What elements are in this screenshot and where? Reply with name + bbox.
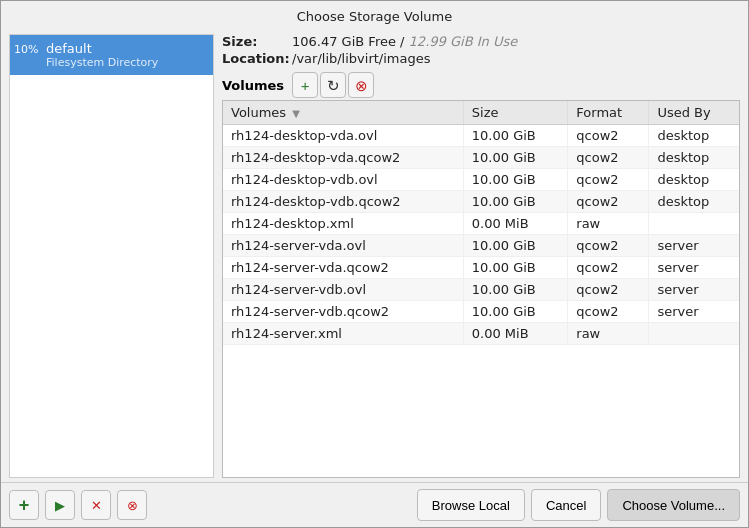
col-used-by[interactable]: Used By bbox=[649, 101, 739, 125]
table-row[interactable]: rh124-desktop-vda.ovl10.00 GiBqcow2deskt… bbox=[223, 125, 739, 147]
dialog-title: Choose Storage Volume bbox=[1, 1, 748, 30]
volumes-label: Volumes bbox=[222, 78, 284, 93]
choose-volume-button[interactable]: Choose Volume... bbox=[607, 489, 740, 521]
cell-name: rh124-desktop-vdb.qcow2 bbox=[223, 191, 463, 213]
col-volumes[interactable]: Volumes ▼ bbox=[223, 101, 463, 125]
footer-left-buttons: + ▶ ✕ ⊗ bbox=[9, 490, 411, 520]
cell-format: qcow2 bbox=[568, 279, 649, 301]
cell-used_by: desktop bbox=[649, 147, 739, 169]
table-row[interactable]: rh124-server-vda.ovl10.00 GiBqcow2server bbox=[223, 235, 739, 257]
col-size[interactable]: Size bbox=[463, 101, 568, 125]
table-row[interactable]: rh124-server-vdb.ovl10.00 GiBqcow2server bbox=[223, 279, 739, 301]
volumes-table: Volumes ▼ Size Format Used By rh124-desk… bbox=[223, 101, 739, 345]
table-row[interactable]: rh124-server.xml0.00 MiBraw bbox=[223, 323, 739, 345]
choose-storage-volume-dialog: Choose Storage Volume 10% default Filesy… bbox=[0, 0, 749, 528]
table-row[interactable]: rh124-server-vda.qcow210.00 GiBqcow2serv… bbox=[223, 257, 739, 279]
cell-format: raw bbox=[568, 213, 649, 235]
volumes-tbody: rh124-desktop-vda.ovl10.00 GiBqcow2deskt… bbox=[223, 125, 739, 345]
cell-format: qcow2 bbox=[568, 235, 649, 257]
storage-pool-list: 10% default Filesystem Directory bbox=[9, 34, 214, 478]
size-label: Size: bbox=[222, 34, 292, 49]
cell-name: rh124-server.xml bbox=[223, 323, 463, 345]
footer-add-button[interactable]: + bbox=[9, 490, 39, 520]
cell-size: 10.00 GiB bbox=[463, 301, 568, 323]
table-row[interactable]: rh124-server-vdb.qcow210.00 GiBqcow2serv… bbox=[223, 301, 739, 323]
cell-size: 10.00 GiB bbox=[463, 257, 568, 279]
main-area: Size: 106.47 GiB Free / 12.99 GiB In Use… bbox=[214, 30, 748, 482]
cell-name: rh124-desktop.xml bbox=[223, 213, 463, 235]
cell-used_by: server bbox=[649, 257, 739, 279]
cell-used_by: server bbox=[649, 279, 739, 301]
pool-name: default bbox=[46, 41, 205, 56]
cancel-button[interactable]: Cancel bbox=[531, 489, 601, 521]
table-header-row: Volumes ▼ Size Format Used By bbox=[223, 101, 739, 125]
cell-name: rh124-desktop-vda.qcow2 bbox=[223, 147, 463, 169]
cell-format: qcow2 bbox=[568, 147, 649, 169]
cell-format: qcow2 bbox=[568, 301, 649, 323]
size-row: Size: 106.47 GiB Free / 12.99 GiB In Use bbox=[222, 34, 740, 49]
pool-type: Filesystem Directory bbox=[46, 56, 205, 69]
cell-used_by: desktop bbox=[649, 125, 739, 147]
cell-size: 10.00 GiB bbox=[463, 191, 568, 213]
cell-size: 10.00 GiB bbox=[463, 169, 568, 191]
cell-name: rh124-server-vdb.qcow2 bbox=[223, 301, 463, 323]
location-label: Location: bbox=[222, 51, 292, 66]
size-free: 106.47 GiB Free / bbox=[292, 34, 404, 49]
footer-right-buttons: Browse Local Cancel Choose Volume... bbox=[417, 489, 740, 521]
cell-used_by bbox=[649, 213, 739, 235]
browse-local-button[interactable]: Browse Local bbox=[417, 489, 525, 521]
cell-used_by: server bbox=[649, 235, 739, 257]
volumes-toolbar: Volumes + ↻ ⊗ bbox=[222, 72, 740, 98]
add-volume-button[interactable]: + bbox=[292, 72, 318, 98]
table-row[interactable]: rh124-desktop.xml0.00 MiBraw bbox=[223, 213, 739, 235]
dialog-footer: + ▶ ✕ ⊗ Browse Local Cancel Choose Volum… bbox=[1, 482, 748, 527]
cell-name: rh124-server-vda.ovl bbox=[223, 235, 463, 257]
cell-used_by: desktop bbox=[649, 169, 739, 191]
footer-cancel-delete-button[interactable]: ⊗ bbox=[117, 490, 147, 520]
size-value: 106.47 GiB Free / 12.99 GiB In Use bbox=[292, 34, 517, 49]
delete-volume-button[interactable]: ⊗ bbox=[348, 72, 374, 98]
cell-size: 10.00 GiB bbox=[463, 125, 568, 147]
footer-delete-button[interactable]: ✕ bbox=[81, 490, 111, 520]
location-row: Location: /var/lib/libvirt/images bbox=[222, 51, 740, 66]
cell-size: 10.00 GiB bbox=[463, 235, 568, 257]
cell-used_by bbox=[649, 323, 739, 345]
table-row[interactable]: rh124-desktop-vdb.ovl10.00 GiBqcow2deskt… bbox=[223, 169, 739, 191]
table-row[interactable]: rh124-desktop-vdb.qcow210.00 GiBqcow2des… bbox=[223, 191, 739, 213]
table-row[interactable]: rh124-desktop-vda.qcow210.00 GiBqcow2des… bbox=[223, 147, 739, 169]
cell-name: rh124-desktop-vda.ovl bbox=[223, 125, 463, 147]
cell-format: qcow2 bbox=[568, 191, 649, 213]
cell-format: qcow2 bbox=[568, 125, 649, 147]
cell-name: rh124-desktop-vdb.ovl bbox=[223, 169, 463, 191]
pool-percent: 10% bbox=[14, 43, 38, 56]
volumes-table-wrapper: Volumes ▼ Size Format Used By rh124-desk… bbox=[222, 100, 740, 478]
refresh-volumes-button[interactable]: ↻ bbox=[320, 72, 346, 98]
cell-used_by: desktop bbox=[649, 191, 739, 213]
cell-name: rh124-server-vdb.ovl bbox=[223, 279, 463, 301]
size-in-use: 12.99 GiB In Use bbox=[404, 34, 517, 49]
cell-used_by: server bbox=[649, 301, 739, 323]
col-format[interactable]: Format bbox=[568, 101, 649, 125]
footer-run-button[interactable]: ▶ bbox=[45, 490, 75, 520]
cell-format: qcow2 bbox=[568, 169, 649, 191]
cell-format: qcow2 bbox=[568, 257, 649, 279]
cell-size: 0.00 MiB bbox=[463, 213, 568, 235]
dialog-body: 10% default Filesystem Directory Size: 1… bbox=[1, 30, 748, 482]
cell-size: 0.00 MiB bbox=[463, 323, 568, 345]
location-value: /var/lib/libvirt/images bbox=[292, 51, 431, 66]
cell-format: raw bbox=[568, 323, 649, 345]
sidebar-item-default[interactable]: 10% default Filesystem Directory bbox=[10, 35, 213, 75]
cell-name: rh124-server-vda.qcow2 bbox=[223, 257, 463, 279]
sort-icon: ▼ bbox=[292, 108, 300, 119]
cell-size: 10.00 GiB bbox=[463, 147, 568, 169]
cell-size: 10.00 GiB bbox=[463, 279, 568, 301]
